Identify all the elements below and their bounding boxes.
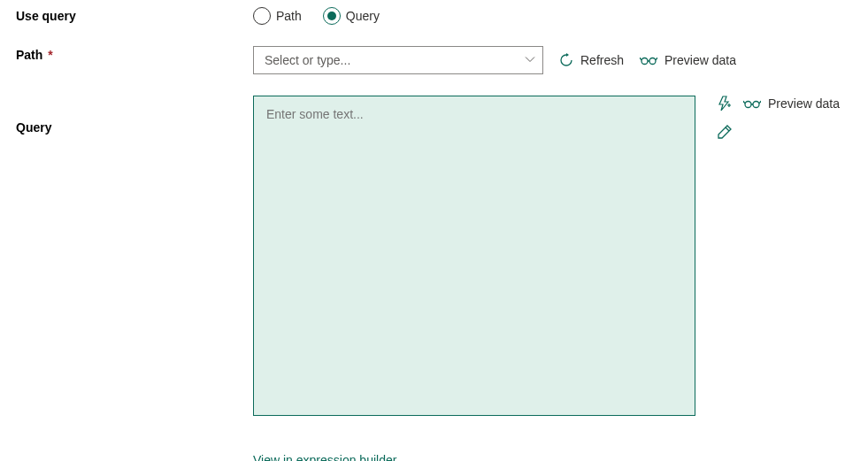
svg-point-3	[753, 102, 759, 108]
radio-unselected-icon	[253, 7, 271, 25]
refresh-label: Refresh	[580, 53, 624, 67]
radio-path-label: Path	[276, 9, 302, 23]
query-controls: Preview data	[253, 96, 840, 416]
query-side-row-2	[717, 124, 840, 140]
refresh-icon	[559, 53, 573, 67]
lightning-button[interactable]	[717, 96, 733, 111]
query-row: Query Preview data	[16, 96, 852, 416]
radio-query[interactable]: Query	[323, 7, 380, 25]
lightning-icon	[717, 96, 733, 111]
query-side-actions: Preview data	[717, 96, 840, 140]
use-query-label: Use query	[16, 7, 253, 23]
query-textarea[interactable]	[253, 96, 695, 416]
preview-data-label-2: Preview data	[768, 96, 840, 111]
radio-dot-icon	[327, 12, 336, 20]
glasses-icon	[743, 97, 761, 110]
preview-data-button[interactable]: Preview data	[640, 53, 736, 67]
refresh-button[interactable]: Refresh	[559, 53, 624, 67]
edit-button[interactable]	[717, 124, 733, 140]
radio-selected-icon	[323, 7, 341, 25]
path-controls: Select or type... Refresh Preview data	[253, 46, 736, 74]
radio-query-label: Query	[346, 9, 380, 23]
svg-point-0	[641, 58, 648, 65]
use-query-controls: Path Query	[253, 7, 380, 25]
path-combobox[interactable]: Select or type...	[253, 46, 543, 74]
path-label-container: Path *	[16, 46, 253, 62]
query-label: Query	[16, 96, 253, 134]
svg-point-1	[649, 58, 656, 65]
svg-point-2	[745, 102, 751, 108]
preview-data-label: Preview data	[664, 53, 736, 67]
preview-data-button-2[interactable]: Preview data	[743, 96, 840, 111]
expression-builder-link[interactable]: View in expression builder	[253, 453, 396, 461]
chevron-down-icon	[525, 53, 535, 67]
required-star: *	[48, 48, 52, 62]
pencil-icon	[717, 124, 733, 140]
query-side-row-1: Preview data	[717, 96, 840, 111]
path-row: Path * Select or type... Refresh Preview…	[16, 46, 852, 74]
path-label: Path	[16, 48, 42, 62]
glasses-icon	[640, 54, 657, 66]
path-placeholder: Select or type...	[265, 53, 350, 67]
use-query-row: Use query Path Query	[16, 7, 852, 25]
radio-path[interactable]: Path	[253, 7, 302, 25]
use-query-radio-group: Path Query	[253, 7, 380, 25]
